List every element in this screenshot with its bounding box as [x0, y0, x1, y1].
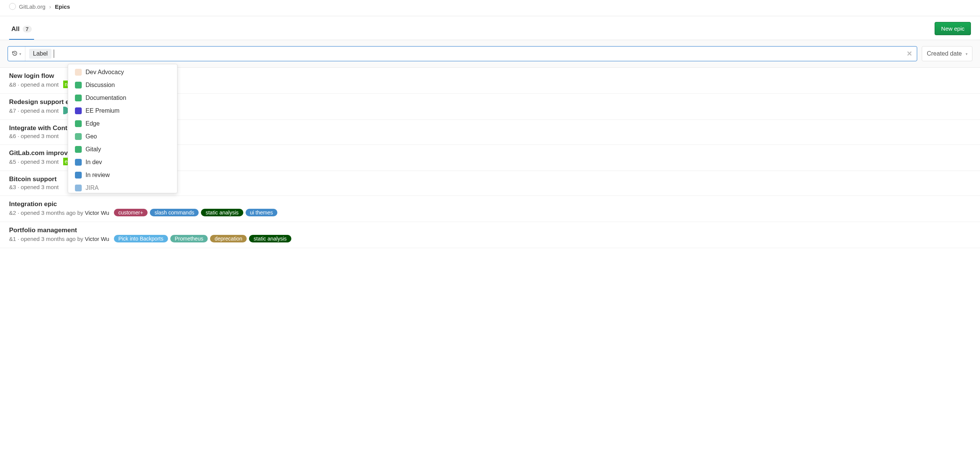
dropdown-item-label: EE Premium [86, 107, 119, 114]
breadcrumb: GitLab.org Epics [0, 0, 980, 16]
dropdown-item[interactable]: Geo [68, 130, 177, 143]
filter-chip-label[interactable]: Label [29, 49, 51, 59]
breadcrumb-section: Epics [55, 3, 70, 10]
dropdown-item[interactable]: JIRA [68, 181, 177, 191]
dropdown-item-label: In review [86, 172, 110, 178]
label-pill[interactable]: static analysis [249, 235, 291, 242]
label-color-swatch [75, 120, 82, 127]
epic-meta: &8 · opened a mont [9, 81, 59, 88]
epic-labels: Pick into BackportsPrometheusdeprecation… [114, 235, 291, 242]
filter-input[interactable] [54, 46, 902, 61]
epic-item[interactable]: Integration epic&2 · opened 3 months ago… [0, 196, 980, 222]
dropdown-item[interactable]: Documentation [68, 92, 177, 104]
epic-meta-row: &1 · opened 3 months ago by Victor WuPic… [9, 235, 971, 242]
dropdown-item-label: Dev Advocacy [86, 69, 124, 76]
sort-label: Created date [927, 50, 962, 57]
dropdown-item[interactable]: Gitaly [68, 143, 177, 156]
tab-all[interactable]: All 7 [9, 22, 34, 40]
epic-title[interactable]: Integration epic [9, 200, 971, 208]
label-pill[interactable]: deprecation [210, 235, 247, 242]
label-color-swatch [75, 184, 82, 191]
breadcrumb-group[interactable]: GitLab.org [19, 3, 45, 10]
dropdown-item[interactable]: Discussion [68, 79, 177, 92]
epic-opened: · opened 3 mont [18, 133, 59, 139]
label-color-swatch [75, 172, 82, 178]
label-pill[interactable]: customer+ [114, 209, 148, 216]
epic-opened: · opened 3 mont [18, 159, 59, 165]
epic-title[interactable]: Portfolio management [9, 227, 971, 234]
label-dropdown: Dev AdvocacyDiscussionDocumentationEE Pr… [68, 64, 177, 193]
epic-ref: &2 [9, 210, 18, 216]
epic-meta: &6 · opened 3 mont [9, 133, 59, 139]
epic-opened: · opened a mont [18, 81, 59, 88]
dropdown-item[interactable]: In review [68, 168, 177, 181]
new-epic-button[interactable]: New epic [935, 22, 971, 35]
filter-bar: ▾ Label ✕ Dev AdvocacyDiscussionDocument… [0, 40, 980, 68]
label-color-swatch [75, 69, 82, 76]
dropdown-item-label: Edge [86, 120, 100, 127]
chevron-down-icon: ▾ [19, 52, 21, 56]
label-pill[interactable]: ui themes [245, 209, 278, 216]
label-color-swatch [75, 159, 82, 166]
epic-opened: · opened 3 months ago by [18, 236, 83, 242]
epic-ref: &7 [9, 107, 18, 114]
tab-all-label: All [11, 25, 20, 33]
dropdown-item-label: Geo [86, 133, 97, 140]
epic-ref: &8 [9, 81, 18, 88]
epic-meta: &2 · opened 3 months ago by Victor Wu [9, 210, 109, 216]
dropdown-item[interactable]: In dev [68, 156, 177, 168]
label-pill[interactable]: static analysis [201, 209, 243, 216]
dropdown-item[interactable]: Edge [68, 117, 177, 130]
epic-meta: &3 · opened 3 mont [9, 184, 59, 190]
epic-opened: · opened 3 months ago by [18, 210, 83, 216]
label-pill[interactable]: slash commands [150, 209, 199, 216]
epic-ref: &5 [9, 159, 18, 165]
epic-item[interactable]: Portfolio management&1 · opened 3 months… [0, 222, 980, 248]
epic-author[interactable]: Victor Wu [85, 210, 109, 216]
epic-author[interactable]: Victor Wu [85, 236, 109, 242]
label-color-swatch [75, 82, 82, 89]
dropdown-item-label: In dev [86, 159, 102, 166]
epic-ref: &3 [9, 184, 18, 190]
epic-opened: · opened a mont [18, 107, 59, 114]
dropdown-item-label: Discussion [86, 82, 115, 89]
dropdown-item[interactable]: Dev Advocacy [68, 66, 177, 79]
dropdown-item[interactable]: EE Premium [68, 104, 177, 117]
epic-meta: &5 · opened 3 mont [9, 159, 59, 165]
label-color-swatch [75, 95, 82, 101]
chevron-down-icon: ▾ [966, 52, 967, 56]
clear-filter-icon[interactable]: ✕ [902, 49, 917, 58]
search-history-dropdown[interactable]: ▾ [8, 46, 25, 61]
label-pill[interactable]: Prometheus [170, 235, 208, 242]
history-icon [12, 50, 18, 57]
label-color-swatch [75, 133, 82, 140]
tab-bar: All 7 New epic [0, 16, 980, 40]
dropdown-item-label: Documentation [86, 95, 126, 101]
epic-meta: &7 · opened a mont [9, 107, 59, 114]
epic-ref: &6 [9, 133, 18, 139]
epic-ref: &1 [9, 236, 18, 242]
label-pill[interactable]: Pick into Backports [114, 235, 168, 242]
chevron-right-icon [48, 3, 52, 10]
epic-meta: &1 · opened 3 months ago by Victor Wu [9, 236, 109, 242]
label-color-swatch [75, 146, 82, 153]
dropdown-item-label: Gitaly [86, 146, 101, 153]
sort-dropdown[interactable]: Created date ▾ [922, 46, 972, 61]
epic-meta-row: &2 · opened 3 months ago by Victor Wucus… [9, 209, 971, 216]
epic-opened: · opened 3 mont [18, 184, 59, 190]
epic-labels: customer+slash commandsstatic analysisui… [114, 209, 278, 216]
label-color-swatch [75, 107, 82, 114]
dropdown-item-label: JIRA [86, 184, 99, 191]
filter-box[interactable]: ▾ Label ✕ Dev AdvocacyDiscussionDocument… [8, 46, 917, 61]
group-avatar [9, 3, 16, 10]
tab-all-count: 7 [23, 26, 32, 33]
